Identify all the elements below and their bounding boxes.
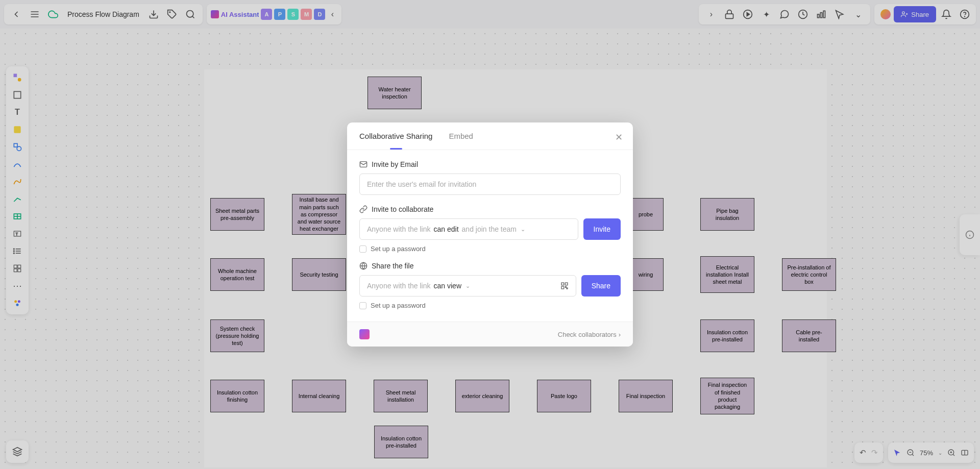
- email-input[interactable]: [359, 174, 621, 195]
- link-prefix-2: Anyone with the link: [367, 282, 431, 290]
- chevron-down-icon: ⌄: [465, 283, 470, 289]
- modal-overlay[interactable]: Collaborative Sharing Embed ✕ Invite by …: [0, 0, 980, 469]
- brand-logo-icon: [359, 329, 370, 339]
- invite-link-row: Anyone with the link can edit and join t…: [359, 218, 621, 240]
- share-link-box[interactable]: Anyone with the link can view ⌄: [359, 275, 576, 297]
- share-action-button[interactable]: Share: [581, 275, 621, 297]
- link-permission-view: can view: [434, 282, 461, 290]
- password-checkbox-1[interactable]: [359, 245, 366, 253]
- tab-embed[interactable]: Embed: [449, 122, 473, 150]
- svg-rect-58: [567, 288, 568, 289]
- password-label-2: Set up a password: [371, 302, 426, 309]
- link-team-suffix: and join the team: [462, 225, 517, 233]
- link-permission-edit: can edit: [434, 225, 459, 233]
- chevron-down-icon: ⌄: [521, 226, 525, 233]
- qr-icon[interactable]: [560, 282, 569, 290]
- invite-link-box[interactable]: Anyone with the link can edit and join t…: [359, 218, 578, 240]
- password-checkbox-2[interactable]: [359, 302, 366, 309]
- svg-rect-54: [561, 283, 564, 285]
- share-file-label: Share the file: [372, 262, 414, 270]
- tab-collaborative-sharing[interactable]: Collaborative Sharing: [359, 122, 432, 150]
- share-file-section: Share the file: [359, 262, 621, 270]
- password-row-1[interactable]: Set up a password: [359, 245, 621, 253]
- svg-rect-56: [561, 286, 564, 289]
- modal-body: Invite by Email Invite to collaborate An…: [347, 150, 633, 322]
- invite-button[interactable]: Invite: [583, 218, 621, 240]
- svg-rect-55: [565, 283, 568, 285]
- link-icon: [359, 205, 368, 213]
- close-button[interactable]: ✕: [615, 132, 623, 143]
- check-collaborators-link[interactable]: Check collaborators ›: [558, 331, 621, 338]
- email-icon: [359, 160, 368, 168]
- share-modal: Collaborative Sharing Embed ✕ Invite by …: [347, 122, 633, 347]
- invite-email-section: Invite by Email: [359, 160, 621, 168]
- svg-rect-57: [565, 286, 566, 287]
- password-label-1: Set up a password: [371, 245, 426, 253]
- invite-email-label: Invite by Email: [372, 160, 418, 168]
- password-row-2[interactable]: Set up a password: [359, 302, 621, 309]
- globe-icon: [359, 262, 368, 270]
- chevron-right-icon: ›: [619, 331, 621, 338]
- modal-tabs: Collaborative Sharing Embed ✕: [347, 122, 633, 150]
- invite-collab-section: Invite to collaborate: [359, 205, 621, 213]
- modal-footer: Check collaborators ›: [347, 322, 633, 347]
- invite-collab-label: Invite to collaborate: [372, 205, 433, 213]
- share-link-row: Anyone with the link can view ⌄ Share: [359, 275, 621, 297]
- link-prefix-1: Anyone with the link: [367, 225, 431, 233]
